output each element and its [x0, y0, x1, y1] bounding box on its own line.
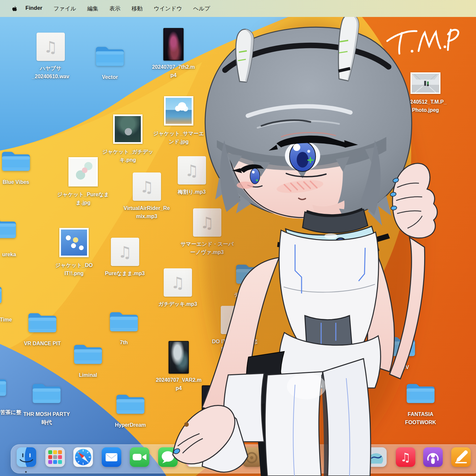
- desktop-icon-liminal[interactable]: Liminal: [52, 342, 124, 379]
- menu-item-4[interactable]: 移動: [126, 5, 148, 12]
- desktop-icon-20240707-var2-mp4[interactable]: 20240707_VAR2.mp4: [143, 341, 215, 392]
- music-note-glyph: ♫: [118, 244, 132, 260]
- dock-item-facetime[interactable]: [129, 447, 150, 468]
- mail-icon: [101, 447, 122, 468]
- desktop-icon-label: THR MOSH PARTY時代: [23, 410, 70, 426]
- pages-icon: [451, 447, 471, 468]
- dock-item-messages[interactable]: [157, 447, 178, 468]
- desktop-icon-label: 20240512_T.M.P_Photo.jpeg: [404, 98, 447, 114]
- desktop-icon-label: HyperDream: [115, 421, 146, 429]
- folder-thumbnail: [0, 374, 7, 398]
- video-thumbnail: [202, 385, 222, 418]
- folder-thumbnail: [235, 262, 265, 286]
- dock-item-music[interactable]: ♫: [395, 447, 416, 468]
- obscured-grey-app-icon: [366, 447, 387, 468]
- video-thumbnail: [169, 341, 189, 374]
- dock-item-mail[interactable]: [101, 447, 122, 468]
- dock-item-finder[interactable]: [16, 447, 37, 468]
- dock-item-maps[interactable]: [186, 447, 206, 468]
- desktop: ♫ハヤブサ_20240610.wavVector20240707_7th2.mp…: [0, 0, 476, 476]
- desktop-icon-jacket-gachideck[interactable]: ジャケット_ガチデッキ.png: [92, 114, 164, 164]
- folder-thumbnail: [405, 381, 436, 405]
- music-thumbnail: ♫: [221, 306, 249, 334]
- music-note-glyph: ♫: [200, 215, 214, 231]
- dock: ♫: [11, 444, 476, 473]
- image-thumbnail: [59, 228, 89, 257]
- desktop-icon-label: Pureなまま.mp3: [105, 269, 145, 277]
- folder-thumbnail: [0, 282, 3, 305]
- desktop-icon-eureka[interactable]: ureka: [0, 216, 38, 240]
- music-note-glyph: ♫: [140, 179, 154, 195]
- folder-thumbnail: [1, 149, 31, 173]
- safari-icon: [73, 447, 94, 468]
- photos-icon: [214, 447, 235, 468]
- dock-item-podcasts[interactable]: [423, 447, 443, 468]
- menu-item-3[interactable]: 表示: [104, 5, 126, 12]
- desktop-icon-label: ハヤブサ_20240610.wav: [32, 64, 69, 81]
- menu-item-2[interactable]: 編集: [82, 5, 104, 12]
- facetime-icon: [129, 447, 150, 468]
- music-thumbnail: ♫: [133, 172, 161, 201]
- desktop-icon-thr-mosh-party[interactable]: THR MOSH PARTY時代: [11, 381, 82, 426]
- dock-item-safari[interactable]: [73, 447, 94, 468]
- image-thumbnail: [113, 114, 142, 144]
- menu-bar: Finderファイル編集表示移動ウインドウヘルプ: [0, 0, 476, 17]
- desktop-icon-label: GSPIV: [393, 363, 409, 371]
- desktop-icon-label: DO IT!! feat.ぶっ恋呂百花.mp3: [212, 337, 257, 354]
- music-icon: ♫: [395, 447, 416, 468]
- finder-running-indicator: [25, 471, 27, 473]
- dock-item-photos[interactable]: [214, 447, 235, 468]
- dock-item-obscured-app-brown[interactable]: [242, 447, 263, 468]
- music-note-glyph: ♫: [171, 275, 185, 290]
- desktop-icon-unnamed-video[interactable]: [176, 385, 248, 418]
- messages-icon: [157, 447, 178, 468]
- desktop-icon-time[interactable]: Time: [0, 282, 23, 305]
- desktop-icon-label: 20240707_7th2.mp4: [152, 63, 195, 79]
- desktop-icon-blue-vibes[interactable]: Blue Vibes: [0, 149, 52, 186]
- dock-item-obscured-app-grey[interactable]: [366, 447, 387, 468]
- folder-thumbnail: [386, 335, 416, 358]
- desktop-icon-label: Blue Vibes: [3, 178, 29, 186]
- menu-item-1[interactable]: ファイル: [48, 5, 82, 12]
- desktop-icon-jacket-pure-namama[interactable]: ジャケット_Pureなまま.jpg: [47, 157, 119, 207]
- desktop-icon-label: ガチデッキ.mp3: [158, 300, 197, 308]
- music-note-glyph: ♫: [228, 312, 242, 328]
- photo-thumbnail: [410, 72, 440, 94]
- dock-item-launchpad[interactable]: [45, 447, 66, 468]
- music-note-glyph: ♫: [43, 39, 57, 55]
- apple-menu-icon[interactable]: [11, 5, 17, 12]
- folder-thumbnail: [27, 311, 58, 334]
- launchpad-icon: [45, 447, 66, 468]
- folder-thumbnail: [115, 392, 146, 416]
- svg-text:♫: ♫: [400, 451, 411, 464]
- desktop-icon-summer-end-supernova[interactable]: ♫サマーエンド・スーパーノヴァ.mp3: [171, 208, 243, 256]
- video-thumbnail: [163, 28, 184, 61]
- desktop-icon-tmp-photo[interactable]: 20240512_T.M.P_Photo.jpeg: [390, 72, 461, 114]
- desktop-icon-desktop-folder[interactable]: デスクトップ: [214, 262, 286, 299]
- menu-item-5[interactable]: ウインドウ: [148, 5, 188, 12]
- music-thumbnail: ♫: [111, 238, 139, 266]
- image-thumbnail: [68, 157, 98, 186]
- desktop-icon-label: VirtualAirRider_Remix.mp3: [124, 204, 170, 220]
- folder-thumbnail: [31, 381, 62, 405]
- desktop-icon-vector[interactable]: Vector: [74, 44, 146, 81]
- music-note-glyph: ♫: [185, 163, 199, 178]
- finder-icon: [16, 447, 37, 468]
- menu-item-app[interactable]: Finder: [20, 5, 48, 12]
- desktop-icon-label: Liminal: [79, 371, 97, 379]
- music-thumbnail: ♫: [164, 268, 192, 297]
- menu-item-6[interactable]: ヘルプ: [188, 5, 216, 12]
- folder-thumbnail: [0, 216, 17, 240]
- folder-thumbnail: [73, 342, 103, 366]
- desktop-icon-label: FANTASIAFOOTWORK: [405, 410, 436, 426]
- desktop-icon-20240707-7th2-mp4[interactable]: 20240707_7th2.mp4: [138, 28, 209, 79]
- desktop-icon-gachideck-mp3[interactable]: ♫ガチデッキ.mp3: [142, 268, 214, 308]
- podcasts-icon: [423, 447, 443, 468]
- desktop-icon-fantasia-footwork[interactable]: FANTASIAFOOTWORK: [385, 381, 456, 426]
- music-thumbnail: ♫: [193, 208, 221, 237]
- desktop-icon-hyperdream[interactable]: HyperDream: [95, 392, 166, 429]
- dock-item-pages[interactable]: [451, 447, 471, 468]
- desktop-icon-label: ureka: [0, 250, 25, 259]
- desktop-icon-gspiv[interactable]: GSPIV: [365, 335, 437, 371]
- folder-thumbnail: [109, 310, 139, 333]
